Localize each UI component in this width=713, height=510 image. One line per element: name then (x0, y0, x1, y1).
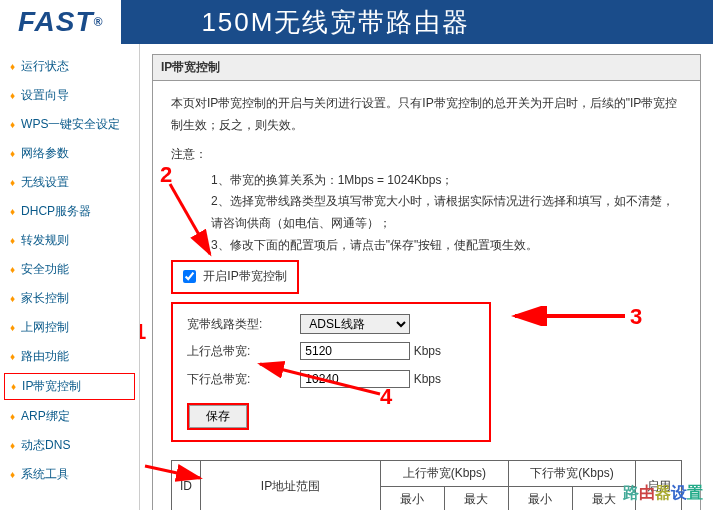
sidebar-item-8[interactable]: ♦家长控制 (0, 284, 139, 313)
bullet-icon: ♦ (10, 411, 15, 422)
th-up-min: 最小 (381, 487, 445, 510)
bullet-icon: ♦ (10, 322, 15, 333)
bullet-icon: ♦ (10, 440, 15, 451)
annotation-1: 1 (140, 319, 146, 345)
sidebar-item-0[interactable]: ♦运行状态 (0, 52, 139, 81)
note-0: 1、带宽的换算关系为：1Mbps = 1024Kbps； (211, 170, 682, 192)
bullet-icon: ♦ (10, 293, 15, 304)
bandwidth-table: ID IP地址范围 上行带宽(Kbps) 下行带宽(Kbps) 启用 最小 最大… (171, 460, 682, 510)
sidebar-item-label: DHCP服务器 (21, 203, 91, 220)
th-ip: IP地址范围 (201, 460, 381, 510)
header-title: 150M无线宽带路由器 (201, 5, 470, 40)
content: IP带宽控制 本页对IP带宽控制的开启与关闭进行设置。只有IP带宽控制的总开关为… (140, 44, 713, 510)
notes: 注意： 1、带宽的换算关系为：1Mbps = 1024Kbps；2、选择宽带线路… (171, 144, 682, 256)
bullet-icon: ♦ (10, 90, 15, 101)
panel-title: IP带宽控制 (153, 55, 700, 81)
bullet-icon: ♦ (10, 177, 15, 188)
sidebar-item-label: 无线设置 (21, 174, 69, 191)
bullet-icon: ♦ (10, 469, 15, 480)
downstream-input[interactable] (300, 370, 410, 388)
sidebar-item-label: 动态DNS (21, 437, 70, 454)
sidebar-item-label: IP带宽控制 (22, 378, 81, 395)
sidebar-item-label: 运行状态 (21, 58, 69, 75)
upstream-label: 上行总带宽: (187, 341, 297, 363)
sidebar-item-label: 设置向导 (21, 87, 69, 104)
save-wrapper: 保存 (187, 403, 249, 430)
bullet-icon: ♦ (10, 264, 15, 275)
sidebar: ♦运行状态♦设置向导♦WPS一键安全设定♦网络参数♦无线设置♦DHCP服务器♦转… (0, 44, 140, 510)
line-type-label: 宽带线路类型: (187, 314, 297, 336)
note-2: 3、修改下面的配置项后，请点击"保存"按钮，使配置项生效。 (211, 235, 682, 257)
downstream-unit: Kbps (414, 372, 441, 386)
line-type-select[interactable]: ADSL线路 (300, 314, 410, 334)
sidebar-item-1[interactable]: ♦设置向导 (0, 81, 139, 110)
th-id: ID (172, 460, 201, 510)
bullet-icon: ♦ (10, 206, 15, 217)
sidebar-item-label: 安全功能 (21, 261, 69, 278)
save-button[interactable]: 保存 (189, 405, 247, 428)
sidebar-item-label: 路由功能 (21, 348, 69, 365)
th-down-min: 最小 (508, 487, 572, 510)
sidebar-item-9[interactable]: ♦上网控制 (0, 313, 139, 342)
config-box: 宽带线路类型: ADSL线路 上行总带宽: Kbps 下行总带宽: Kbps (171, 302, 491, 442)
sidebar-item-5[interactable]: ♦DHCP服务器 (0, 197, 139, 226)
sidebar-item-6[interactable]: ♦转发规则 (0, 226, 139, 255)
header: FAST® 150M无线宽带路由器 (0, 0, 713, 44)
upstream-input[interactable] (300, 342, 410, 360)
th-up: 上行带宽(Kbps) (381, 460, 509, 487)
bullet-icon: ♦ (11, 381, 16, 392)
th-down: 下行带宽(Kbps) (508, 460, 636, 487)
note-1: 2、选择宽带线路类型及填写带宽大小时，请根据实际情况进行选择和填写，如不清楚，请… (211, 191, 682, 234)
sidebar-item-10[interactable]: ♦路由功能 (0, 342, 139, 371)
enable-box: 开启IP带宽控制 (171, 260, 299, 294)
sidebar-item-label: 系统工具 (21, 466, 69, 483)
sidebar-item-label: 网络参数 (21, 145, 69, 162)
bullet-icon: ♦ (10, 148, 15, 159)
sidebar-item-13[interactable]: ♦动态DNS (0, 431, 139, 460)
sidebar-item-3[interactable]: ♦网络参数 (0, 139, 139, 168)
watermark: 路由器设置 (623, 483, 703, 504)
bullet-icon: ♦ (10, 61, 15, 72)
enable-label: 开启IP带宽控制 (203, 269, 286, 283)
upstream-unit: Kbps (414, 344, 441, 358)
sidebar-item-11[interactable]: ♦IP带宽控制 (4, 373, 135, 400)
bullet-icon: ♦ (10, 235, 15, 246)
th-up-max: 最大 (444, 487, 508, 510)
intro-text: 本页对IP带宽控制的开启与关闭进行设置。只有IP带宽控制的总开关为开启时，后续的… (171, 93, 682, 136)
bullet-icon: ♦ (10, 351, 15, 362)
notes-label: 注意： (171, 144, 682, 166)
panel: IP带宽控制 本页对IP带宽控制的开启与关闭进行设置。只有IP带宽控制的总开关为… (152, 54, 701, 510)
sidebar-item-14[interactable]: ♦系统工具 (0, 460, 139, 489)
sidebar-item-label: ARP绑定 (21, 408, 70, 425)
sidebar-item-label: 上网控制 (21, 319, 69, 336)
enable-checkbox[interactable] (183, 270, 196, 283)
sidebar-item-label: 家长控制 (21, 290, 69, 307)
sidebar-item-label: WPS一键安全设定 (21, 116, 120, 133)
sidebar-item-12[interactable]: ♦ARP绑定 (0, 402, 139, 431)
downstream-label: 下行总带宽: (187, 369, 297, 391)
sidebar-item-7[interactable]: ♦安全功能 (0, 255, 139, 284)
bullet-icon: ♦ (10, 119, 15, 130)
sidebar-item-label: 转发规则 (21, 232, 69, 249)
sidebar-item-4[interactable]: ♦无线设置 (0, 168, 139, 197)
sidebar-item-2[interactable]: ♦WPS一键安全设定 (0, 110, 139, 139)
logo: FAST® (0, 0, 121, 44)
